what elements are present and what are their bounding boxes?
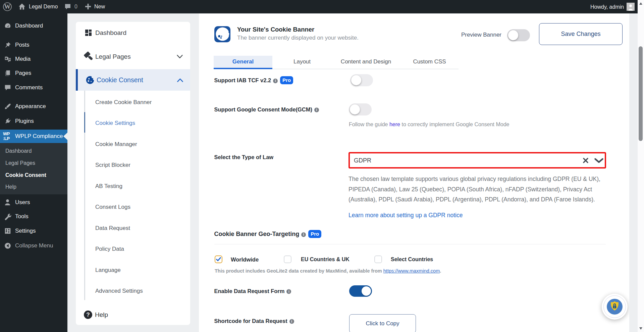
- svg-text:W: W: [4, 3, 11, 10]
